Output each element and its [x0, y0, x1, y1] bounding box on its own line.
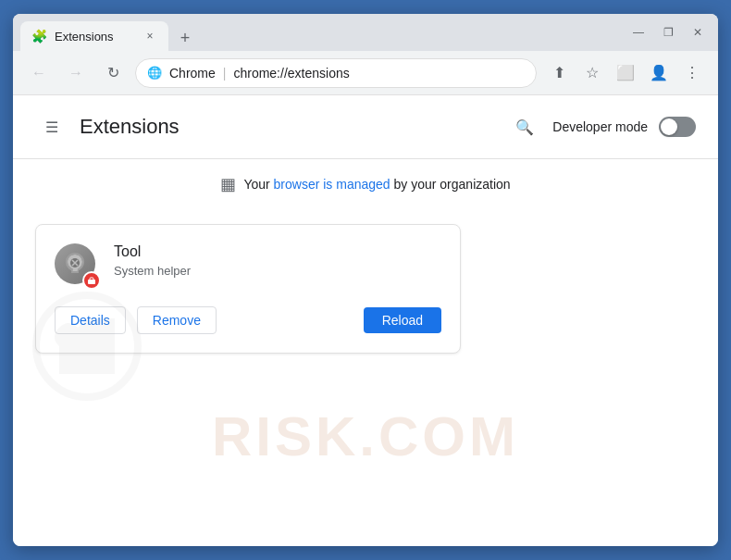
- share-button[interactable]: ⬆: [544, 58, 574, 88]
- back-icon: ←: [31, 65, 46, 81]
- extensions-header: ☰ Extensions 🔍 Developer mode: [13, 95, 718, 159]
- browser-window: 🧩 Extensions × + — ❐ ✕ ← → ↻ 🌐 Chrome | …: [13, 14, 718, 546]
- header-actions: 🔍 Developer mode: [508, 110, 696, 143]
- address-url: chrome://extensions: [233, 66, 525, 81]
- reload-button[interactable]: Reload: [364, 307, 441, 333]
- search-button[interactable]: 🔍: [508, 110, 541, 143]
- forward-button[interactable]: →: [61, 58, 91, 88]
- details-button[interactable]: Details: [55, 306, 126, 334]
- managed-notice-text: Your browser is managed by your organiza…: [243, 177, 510, 192]
- remove-button[interactable]: Remove: [137, 306, 217, 334]
- back-button[interactable]: ←: [24, 58, 54, 88]
- address-separator: |: [223, 66, 227, 81]
- maximize-button[interactable]: ❐: [655, 19, 681, 45]
- menu-button[interactable]: ⋮: [677, 58, 707, 88]
- main-content: ☰ Extensions 🔍 Developer mode ▦ Your bro…: [13, 95, 718, 546]
- bookmark-button[interactable]: ☆: [577, 58, 607, 88]
- address-bar[interactable]: 🌐 Chrome | chrome://extensions: [135, 58, 537, 88]
- tab-title: Extensions: [55, 30, 135, 44]
- title-bar: 🧩 Extensions × + — ❐ ✕: [13, 14, 718, 51]
- extension-description: System helper: [114, 264, 191, 278]
- tab-close-button[interactable]: ×: [142, 29, 157, 44]
- managed-text-after: by your organization: [390, 177, 511, 192]
- menu-icon: ⋮: [685, 64, 700, 81]
- developer-mode-label: Developer mode: [552, 119, 648, 134]
- toggle-knob: [661, 118, 677, 135]
- ext-card-footer: Details Remove Reload: [55, 306, 441, 334]
- search-icon: 🔍: [515, 118, 534, 136]
- chrome-label: Chrome: [169, 66, 216, 81]
- managed-notice-icon: ▦: [220, 174, 236, 194]
- share-icon: ⬆: [553, 64, 565, 81]
- extension-icon-badge: [82, 271, 101, 290]
- new-tab-button[interactable]: +: [172, 25, 198, 51]
- security-icon: 🌐: [147, 66, 162, 80]
- reload-button[interactable]: ↻: [98, 58, 128, 88]
- bookmark-icon: ☆: [586, 64, 599, 81]
- managed-link[interactable]: browser is managed: [274, 177, 390, 192]
- hamburger-icon: ☰: [45, 118, 58, 136]
- sidebar-toggle-button[interactable]: ☰: [35, 110, 68, 143]
- page-title: Extensions: [80, 115, 508, 139]
- extensions-tab-icon: 🧩: [31, 29, 47, 44]
- window-controls: — ❐ ✕: [626, 19, 711, 45]
- ext-card-header: Tool System helper: [55, 243, 441, 288]
- extension-icon: [55, 243, 99, 288]
- developer-mode-toggle[interactable]: [659, 117, 696, 137]
- extension-card: Tool System helper Details Remove Reload: [35, 224, 461, 354]
- extension-name: Tool: [114, 243, 191, 260]
- managed-text-before: Your: [243, 177, 273, 192]
- tab-area: 🧩 Extensions × +: [20, 14, 626, 51]
- close-window-button[interactable]: ✕: [685, 19, 711, 45]
- svg-rect-3: [90, 278, 93, 280]
- forward-icon: →: [68, 65, 83, 81]
- toolbar-actions: ⬆ ☆ ⬜ 👤 ⋮: [544, 58, 707, 88]
- extensions-panel-icon: ⬜: [616, 64, 635, 81]
- browser-toolbar: ← → ↻ 🌐 Chrome | chrome://extensions ⬆ ☆…: [13, 51, 718, 95]
- extensions-cards-area: Tool System helper Details Remove Reload…: [13, 209, 718, 487]
- extension-info: Tool System helper: [114, 243, 191, 278]
- active-tab[interactable]: 🧩 Extensions ×: [20, 21, 168, 51]
- profile-button[interactable]: 👤: [644, 58, 674, 88]
- reload-icon: ↻: [107, 64, 119, 81]
- minimize-button[interactable]: —: [626, 19, 651, 45]
- profile-icon: 👤: [650, 64, 668, 81]
- extensions-panel-button[interactable]: ⬜: [611, 58, 640, 88]
- watermark-text: RISK.COM: [212, 404, 519, 468]
- managed-notice: ▦ Your browser is managed by your organi…: [13, 159, 718, 209]
